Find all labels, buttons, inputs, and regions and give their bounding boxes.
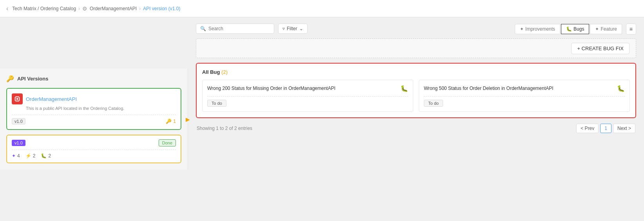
- bug-card-1[interactable]: Wrong 200 Status for Missing Order in Or…: [202, 80, 413, 112]
- breadcrumb-current: API version (v1.0): [143, 6, 180, 11]
- api-card[interactable]: OrderManagementAPI This is a public API …: [6, 88, 181, 130]
- bug-card-2-header: Wrong 500 Status for Order Deletion in O…: [424, 85, 625, 92]
- bug-section: All Bug (2) Wrong 200 Status for Missing…: [196, 63, 636, 118]
- bug-card-1-footer: To do: [207, 96, 408, 107]
- done-badge: Done: [159, 139, 176, 146]
- right-toolbar: ✦ Improvements 🐛 Bugs ✦ Feature ≡: [515, 24, 636, 35]
- tab-feature[interactable]: ✦ Feature: [590, 24, 622, 34]
- list-icon: ≡: [630, 26, 633, 32]
- bug-card-1-header: Wrong 200 Status for Missing Order in Or…: [207, 85, 408, 92]
- breadcrumb-sep1: ›: [78, 6, 80, 11]
- content-header-area: + CREATE BUG FIX: [196, 38, 636, 58]
- api-footer: v1.0 🔑 1: [12, 115, 176, 124]
- sidebar-title-label: API Versions: [17, 76, 48, 82]
- tab-improvements[interactable]: ✦ Improvements: [515, 24, 560, 34]
- svg-rect-1: [16, 98, 18, 100]
- todo-badge-1: To do: [207, 100, 226, 107]
- bug-card-2-footer: To do: [424, 96, 625, 107]
- stat-icon-cross: ✦: [12, 153, 16, 159]
- stat-icon-flash: ⚡: [25, 153, 31, 159]
- section-title: All Bug (2): [202, 69, 630, 75]
- gear-icon: ⚙: [82, 5, 87, 12]
- breadcrumb-api[interactable]: OrderManagementAPI: [90, 6, 137, 11]
- filter-button[interactable]: ▿ Filter ⌄: [278, 24, 308, 34]
- todo-badge-2: To do: [424, 100, 443, 107]
- version-stats: ✦ 4 ⚡ 2 🐛 2: [12, 153, 176, 159]
- stat-item-3: 🐛 2: [41, 153, 51, 159]
- version-badge-purple: v1.0: [12, 140, 25, 146]
- create-bug-button[interactable]: + CREATE BUG FIX: [571, 43, 630, 54]
- search-icon: 🔍: [200, 26, 206, 31]
- sidebar-title: 🔑 API Versions: [6, 75, 181, 82]
- breadcrumb-bar: ‹ Tech Matrix / Ordering Catalog › ⚙ Ord…: [0, 0, 644, 17]
- filter-chevron: ⌄: [299, 26, 303, 31]
- showing-text: Showing 1 to 2 of 2 entries: [197, 126, 252, 131]
- stat-item-2: ⚡ 2: [25, 153, 36, 159]
- api-name[interactable]: OrderManagementAPI: [26, 96, 77, 102]
- sidebar: 🔑 API Versions: [0, 69, 188, 170]
- api-card-header: OrderManagementAPI: [12, 93, 176, 104]
- page-1-button[interactable]: 1: [600, 124, 611, 133]
- filter-label: Filter: [287, 26, 297, 31]
- next-button[interactable]: Next >: [613, 124, 635, 133]
- stat-item-1: ✦ 4: [12, 153, 20, 159]
- filter-icon: ▿: [282, 26, 285, 31]
- improvements-icon: ✦: [520, 26, 524, 32]
- key-icon: 🔑: [6, 75, 14, 82]
- stat-value-3: 2: [48, 153, 51, 159]
- api-key-count: 🔑 1: [166, 119, 176, 124]
- breadcrumb-sep2: ›: [139, 6, 141, 11]
- stat-value-1: 4: [17, 153, 20, 159]
- api-chip-icon: [12, 93, 23, 104]
- pagination-bar: Showing 1 to 2 of 2 entries < Prev 1 Nex…: [196, 124, 636, 133]
- bug-icon-2: 🐛: [617, 85, 625, 92]
- bug-cards: Wrong 200 Status for Missing Order in Or…: [202, 80, 630, 112]
- version-card[interactable]: v1.0 Done ✦ 4 ⚡ 2 🐛 2: [6, 135, 181, 163]
- version-card-header: v1.0 Done: [12, 139, 176, 150]
- breadcrumb-workspace[interactable]: Tech Matrix / Ordering Catalog: [12, 6, 76, 11]
- expand-arrow[interactable]: ▶: [186, 116, 190, 122]
- bug-title-2: Wrong 500 Status for Order Deletion in O…: [424, 85, 614, 92]
- list-view-button[interactable]: ≡: [626, 24, 636, 35]
- search-box[interactable]: 🔍: [196, 24, 274, 34]
- stat-icon-bug: 🐛: [41, 153, 47, 159]
- feature-icon: ✦: [595, 26, 599, 32]
- bug-title-1: Wrong 200 Status for Missing Order in Or…: [207, 85, 397, 92]
- bugs-icon: 🐛: [566, 26, 572, 32]
- key-icon-small: 🔑: [166, 119, 172, 124]
- api-description: This is a public API located in the Orde…: [26, 106, 176, 111]
- prev-button[interactable]: < Prev: [576, 124, 599, 133]
- back-button[interactable]: ‹: [6, 5, 8, 12]
- tab-bugs[interactable]: 🐛 Bugs: [561, 24, 589, 34]
- bug-card-2[interactable]: Wrong 500 Status for Order Deletion in O…: [419, 80, 630, 112]
- api-version-badge: v1.0: [12, 118, 25, 124]
- pagination-controls: < Prev 1 Next >: [576, 124, 635, 133]
- search-input[interactable]: [208, 26, 270, 31]
- bug-icon-1: 🐛: [400, 85, 408, 92]
- content-area: 🔍 ▿ Filter ⌄ ✦ Improvements 🐛 Bugs ✦ Fea…: [188, 17, 644, 221]
- bug-count: (2): [221, 69, 228, 75]
- stat-value-2: 2: [33, 153, 36, 159]
